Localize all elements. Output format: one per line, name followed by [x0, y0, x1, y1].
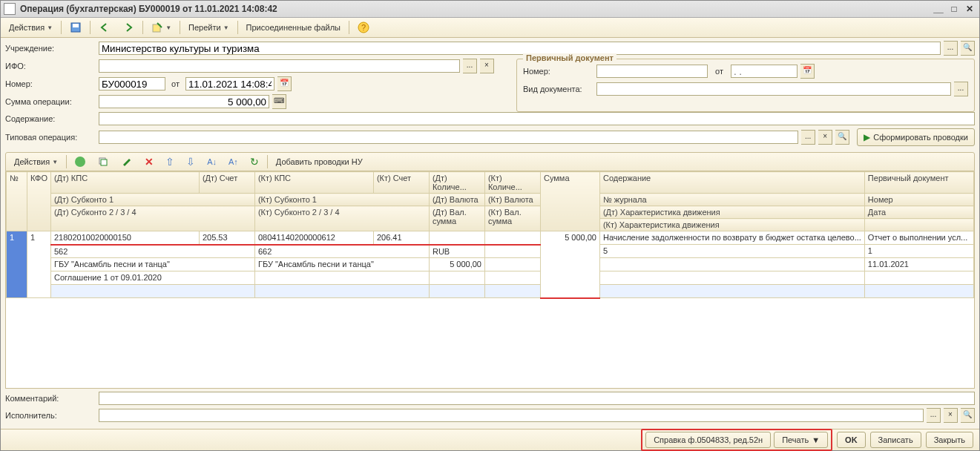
pd-number-field[interactable]: [596, 65, 708, 78]
cell-sum[interactable]: 5 000,00: [540, 231, 599, 298]
date-picker-button[interactable]: 📅: [277, 76, 292, 91]
executor-open-button[interactable]: 🔍: [961, 408, 975, 423]
cell-journal[interactable]: 5: [599, 245, 864, 258]
cell-kt-sub1[interactable]: 662: [254, 245, 429, 258]
cell-date[interactable]: 11.01.2021: [864, 258, 973, 271]
nav-prev-button[interactable]: [93, 19, 116, 36]
add-row-button[interactable]: [70, 154, 91, 170]
col-dt-valsum[interactable]: (Дт) Вал. сумма: [429, 206, 484, 231]
col-dt-kps[interactable]: (Дт) КПС: [50, 172, 199, 194]
col-journal[interactable]: № журнала: [599, 194, 864, 206]
executor-select-button[interactable]: ...: [927, 408, 941, 423]
content-field[interactable]: [99, 112, 975, 125]
date-field[interactable]: [185, 77, 274, 90]
col-kfo[interactable]: КФО: [27, 172, 51, 231]
ifo-clear-button[interactable]: ×: [480, 59, 494, 73]
institution-select-button[interactable]: ...: [944, 41, 958, 56]
minimize-button[interactable]: __: [932, 4, 945, 14]
col-content[interactable]: Содержание: [599, 172, 864, 194]
ifo-select-button[interactable]: ...: [463, 59, 477, 73]
generate-entries-button[interactable]: ▶Сформировать проводки: [857, 128, 975, 146]
institution-open-button[interactable]: 🔍: [961, 41, 975, 56]
save-icon-button[interactable]: [65, 19, 87, 36]
col-n[interactable]: №: [7, 172, 27, 231]
cell-n[interactable]: 1: [7, 231, 27, 298]
col-kt-schet[interactable]: (Кт) Счет: [373, 172, 429, 194]
comment-field[interactable]: [99, 392, 975, 405]
col-dt-val[interactable]: (Дт) Валюта: [429, 194, 484, 206]
cell-primdoc[interactable]: Отчет о выполнении усл...: [864, 231, 973, 245]
col-kt-qty[interactable]: (Кт) Количе...: [484, 172, 540, 194]
number-field[interactable]: [99, 77, 165, 90]
goto-menu[interactable]: Перейти▼: [183, 19, 234, 36]
sum-calc-button[interactable]: ⌨: [272, 94, 286, 109]
cell-dt-sub3[interactable]: Соглашение 1 от 09.01.2020: [50, 271, 254, 285]
col-kt-kps[interactable]: (Кт) КПС: [254, 172, 373, 194]
cell-dt-kps[interactable]: 21802010020000150: [50, 231, 199, 245]
cell-kt-schet[interactable]: 206.41: [373, 231, 429, 245]
move-down-button[interactable]: ⇩: [181, 154, 200, 170]
cell-kfo[interactable]: 1: [27, 231, 51, 298]
ifo-field[interactable]: [99, 59, 460, 73]
sort-asc-button[interactable]: A↓: [202, 154, 222, 170]
col-date[interactable]: Дата: [864, 206, 973, 219]
col-dt-schet[interactable]: (Дт) Счет: [199, 172, 254, 194]
table-row[interactable]: Соглашение 1 от 09.01.2020: [7, 271, 974, 285]
nav-next-button[interactable]: [117, 19, 139, 36]
typeop-clear-button[interactable]: ×: [818, 130, 832, 145]
close-form-button[interactable]: Закрыть: [926, 432, 973, 448]
typeop-open-button[interactable]: 🔍: [835, 130, 849, 145]
table-row[interactable]: 562 662 RUB 5 1: [7, 245, 974, 258]
actions-menu[interactable]: Действия▼: [4, 19, 58, 36]
ok-button[interactable]: OK: [837, 432, 866, 448]
attached-files-button[interactable]: Присоединенные файлы: [241, 19, 346, 36]
cell-dt-val[interactable]: RUB: [429, 245, 484, 258]
move-up-button[interactable]: ⇧: [160, 154, 180, 170]
col-kt-sub1[interactable]: (Кт) Субконто 1: [254, 194, 429, 206]
col-dt-sub1[interactable]: (Дт) Субконто 1: [50, 194, 254, 206]
table-actions-menu[interactable]: Действия▼: [9, 154, 63, 170]
col-dt-qty[interactable]: (Дт) Количе...: [429, 172, 484, 194]
pd-date-field[interactable]: [731, 65, 798, 78]
cell-dt-sub2[interactable]: ГБУ "Ансамбль песни и танца": [50, 258, 254, 271]
cell-dt-schet[interactable]: 205.53: [199, 231, 254, 245]
table-row[interactable]: 1 1 21802010020000150 205.53 08041140200…: [7, 231, 974, 245]
table-row[interactable]: [7, 285, 974, 298]
cell-kt-sub2[interactable]: ГБУ "Ансамбль песни и танца": [254, 258, 429, 271]
pd-type-select-button[interactable]: ...: [954, 82, 968, 96]
cell-kt-kps[interactable]: 08041140200000612: [254, 231, 373, 245]
copy-row-button[interactable]: [92, 154, 114, 170]
pd-date-picker-button[interactable]: 📅: [800, 64, 815, 79]
executor-clear-button[interactable]: ×: [944, 408, 958, 423]
print-button[interactable]: Печать▼: [774, 432, 828, 448]
edit-row-button[interactable]: [116, 154, 138, 170]
help-button[interactable]: ?: [352, 19, 375, 36]
col-dt-sub234[interactable]: (Дт) Субконто 2 / 3 / 4: [50, 206, 254, 231]
col-kt-sub234[interactable]: (Кт) Субконто 2 / 3 / 4: [254, 206, 429, 231]
table-row[interactable]: ГБУ "Ансамбль песни и танца" ГБУ "Ансамб…: [7, 258, 974, 271]
close-button[interactable]: ✕: [963, 4, 976, 14]
reference-button[interactable]: Справка ф.0504833, ред.52н: [645, 432, 771, 448]
cell-number[interactable]: 1: [864, 245, 973, 258]
executor-field[interactable]: [99, 409, 924, 422]
col-dt-char[interactable]: (Дт) Характеристика движения: [599, 206, 864, 219]
maximize-button[interactable]: □: [947, 4, 961, 14]
cell-dt-sub1[interactable]: 562: [50, 245, 254, 258]
sum-field[interactable]: [99, 95, 269, 108]
col-kt-valsum[interactable]: (Кт) Вал. сумма: [484, 206, 540, 231]
entries-table[interactable]: № КФО (Дт) КПС (Дт) Счет (Кт) КПС (Кт) С…: [6, 171, 974, 299]
delete-row-button[interactable]: ✕: [139, 154, 159, 170]
cell-content[interactable]: Начисление задолженности по возврату в б…: [599, 231, 864, 245]
typeop-select-button[interactable]: ...: [801, 130, 815, 145]
pd-type-field[interactable]: [596, 82, 951, 96]
cell-dt-valsum[interactable]: 5 000,00: [429, 258, 484, 271]
institution-field[interactable]: [99, 42, 941, 55]
save-button[interactable]: Записать: [870, 432, 921, 448]
sort-desc-button[interactable]: A↑: [223, 154, 243, 170]
post-button[interactable]: ▼: [146, 19, 177, 36]
col-primdoc[interactable]: Первичный документ: [864, 172, 973, 194]
add-nu-button[interactable]: Добавить проводки НУ: [271, 154, 368, 170]
col-kt-val[interactable]: (Кт) Валюта: [484, 194, 540, 206]
refresh-button[interactable]: ↻: [245, 154, 264, 170]
col-kt-char[interactable]: (Кт) Характеристика движения: [599, 219, 864, 231]
